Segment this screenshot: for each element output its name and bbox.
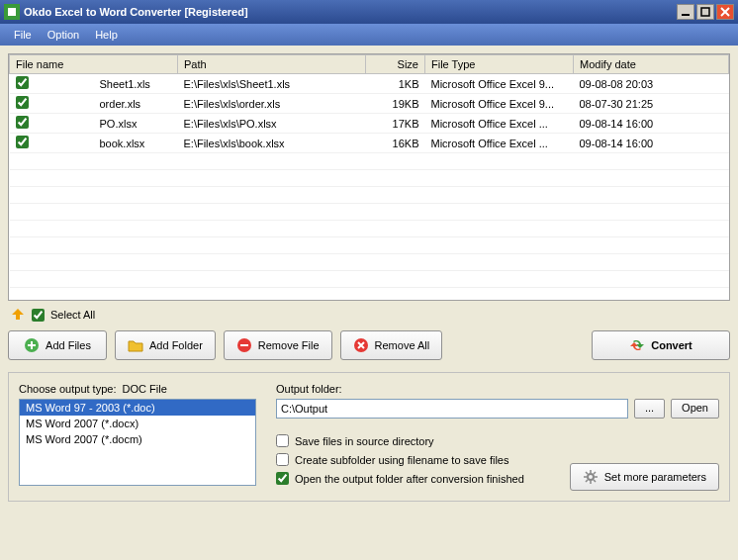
row-path: E:\Files\xls\Sheet1.xls xyxy=(178,74,366,94)
main-content: File name Path Size File Type Modify dat… xyxy=(0,46,738,560)
maximize-button[interactable] xyxy=(696,4,714,20)
output-type-option[interactable]: MS Word 97 - 2003 (*.doc) xyxy=(20,400,255,416)
add-folder-label: Add Folder xyxy=(149,339,203,351)
output-type-option[interactable]: MS Word 2007 (*.docm) xyxy=(20,431,255,447)
browse-button[interactable]: ... xyxy=(634,399,665,419)
remove-all-label: Remove All xyxy=(375,339,430,351)
row-name: Sheet1.xls xyxy=(94,74,178,94)
add-files-label: Add Files xyxy=(46,339,91,351)
row-name: book.xlsx xyxy=(94,134,178,153)
file-list-panel: File name Path Size File Type Modify dat… xyxy=(8,53,730,301)
row-checkbox[interactable] xyxy=(16,116,29,129)
output-type-list[interactable]: MS Word 97 - 2003 (*.doc)MS Word 2007 (*… xyxy=(19,399,256,486)
header-type[interactable]: File Type xyxy=(425,55,574,74)
menu-help[interactable]: Help xyxy=(87,27,126,43)
add-folder-button[interactable]: Add Folder xyxy=(115,330,216,360)
close-button[interactable] xyxy=(716,4,734,20)
menubar: File Option Help xyxy=(0,24,738,46)
row-checkbox[interactable] xyxy=(16,96,29,109)
svg-rect-3 xyxy=(701,8,709,16)
remove-file-button[interactable]: Remove File xyxy=(224,330,332,360)
folder-icon xyxy=(128,337,143,353)
row-path: E:\Files\xls\order.xls xyxy=(178,94,366,114)
create-subfolder-label[interactable]: Create subfolder using filename to save … xyxy=(295,454,508,466)
output-settings-section: Output folder: ... Open Save files in so… xyxy=(276,383,719,491)
button-row: Add Files Add Folder Remove File Remove … xyxy=(8,330,730,360)
open-after-label[interactable]: Open the output folder after conversion … xyxy=(295,473,524,485)
row-type: Microsoft Office Excel 9... xyxy=(425,74,574,94)
row-size: 17KB xyxy=(366,114,425,134)
select-all-label[interactable]: Select All xyxy=(50,309,95,321)
file-table: File name Path Size File Type Modify dat… xyxy=(9,54,729,301)
table-row[interactable]: order.xlsE:\Files\xls\order.xls19KBMicro… xyxy=(10,94,729,114)
titlebar: Okdo Excel to Word Converter [Registered… xyxy=(0,0,738,24)
save-source-label[interactable]: Save files in source directory xyxy=(295,435,434,447)
menu-option[interactable]: Option xyxy=(40,27,87,43)
row-type: Microsoft Office Excel ... xyxy=(425,134,574,153)
table-row[interactable]: book.xlsxE:\Files\xls\book.xlsx16KBMicro… xyxy=(10,134,729,153)
row-date: 09-08-14 16:00 xyxy=(574,114,729,134)
row-size: 16KB xyxy=(366,134,425,153)
menu-file[interactable]: File xyxy=(6,27,40,43)
minus-icon xyxy=(236,337,252,353)
row-type: Microsoft Office Excel 9... xyxy=(425,94,574,114)
row-name: order.xls xyxy=(94,94,178,114)
create-subfolder-checkbox[interactable] xyxy=(276,453,289,466)
convert-button[interactable]: Convert xyxy=(592,330,730,360)
row-path: E:\Files\xls\book.xlsx xyxy=(178,134,366,153)
window-title: Okdo Excel to Word Converter [Registered… xyxy=(24,6,675,18)
header-filename[interactable]: File name xyxy=(10,55,178,74)
header-path[interactable]: Path xyxy=(178,55,366,74)
save-source-checkbox[interactable] xyxy=(276,434,289,447)
up-arrow-icon xyxy=(10,307,26,323)
row-name: PO.xlsx xyxy=(94,114,178,134)
row-checkbox[interactable] xyxy=(16,76,29,89)
output-folder-input[interactable] xyxy=(276,399,628,419)
output-type-option[interactable]: MS Word 2007 (*.docx) xyxy=(20,416,255,431)
app-icon xyxy=(4,4,20,20)
svg-rect-1 xyxy=(8,8,16,16)
header-size[interactable]: Size xyxy=(366,55,425,74)
bottom-panel: Choose output type: DOC File MS Word 97 … xyxy=(8,372,730,502)
row-path: E:\Files\xls\PO.xlsx xyxy=(178,114,366,134)
row-checkbox[interactable] xyxy=(16,136,29,148)
row-date: 08-07-30 21:25 xyxy=(574,94,729,114)
svg-point-11 xyxy=(588,474,594,480)
set-more-button[interactable]: Set more parameters xyxy=(570,463,719,491)
select-all-row: Select All xyxy=(8,301,730,328)
row-size: 19KB xyxy=(366,94,425,114)
convert-label: Convert xyxy=(651,339,692,351)
convert-icon xyxy=(629,337,645,353)
row-date: 09-08-14 16:00 xyxy=(574,134,729,153)
open-folder-button[interactable]: Open xyxy=(671,399,719,419)
table-row[interactable]: PO.xlsxE:\Files\xls\PO.xlsx17KBMicrosoft… xyxy=(10,114,729,134)
row-size: 1KB xyxy=(366,74,425,94)
output-type-label: Choose output type: xyxy=(19,383,116,395)
remove-all-button[interactable]: Remove All xyxy=(340,330,443,360)
row-type: Microsoft Office Excel ... xyxy=(425,114,574,134)
output-type-current: DOC File xyxy=(123,383,167,395)
minimize-button[interactable] xyxy=(677,4,694,20)
output-type-section: Choose output type: DOC File MS Word 97 … xyxy=(19,383,256,491)
output-folder-label: Output folder: xyxy=(276,383,719,395)
remove-file-label: Remove File xyxy=(258,339,320,351)
select-all-checkbox[interactable] xyxy=(32,309,45,322)
set-more-label: Set more parameters xyxy=(604,471,706,483)
add-files-button[interactable]: Add Files xyxy=(8,330,107,360)
open-after-checkbox[interactable] xyxy=(276,472,289,485)
header-date[interactable]: Modify date xyxy=(574,55,729,74)
table-row[interactable]: Sheet1.xlsE:\Files\xls\Sheet1.xls1KBMicr… xyxy=(10,74,729,94)
plus-icon xyxy=(24,337,40,353)
gear-icon xyxy=(583,469,599,485)
x-icon xyxy=(353,337,369,353)
row-date: 09-08-08 20:03 xyxy=(574,74,729,94)
